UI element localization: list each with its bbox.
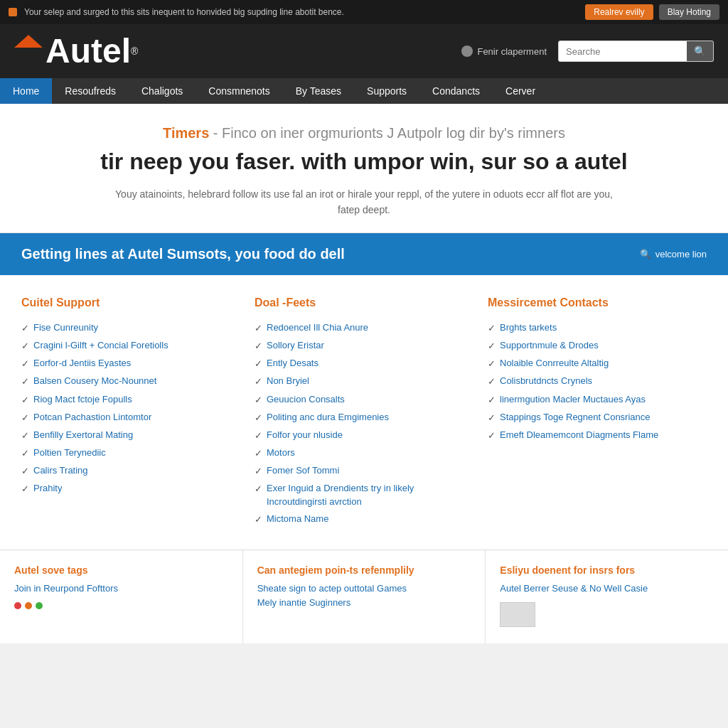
bottom-col1-title: Autel sove tags [14,564,228,576]
col1-list: Fise Cunreunity Cragini l-Gilft + Concia… [21,319,226,498]
thumbnail-placeholder [500,602,714,629]
hero-description: Youy atainoints, helebrard follow its us… [115,186,613,218]
col3-title: Messircemet Contacts [488,296,692,309]
nav-item-consmnenots[interactable]: Consmnenots [196,78,282,104]
list-item[interactable]: Fomer Sof Tommi [255,462,459,480]
banner-link-text: velcome lion [655,249,707,259]
col1-title: Cuitel Support [21,296,226,309]
list-item[interactable]: Non Bryiel [255,373,459,390]
list-item[interactable]: Potcan Pachastion Lintomtor [21,409,226,427]
account-label: Fenir claperment [477,46,547,57]
logo-text: Autel [46,34,131,68]
top-bar-notice-area: Your selep and surged to this sits inequ… [9,7,344,17]
list-item[interactable]: Motors [255,444,459,462]
bottom-col1-link[interactable]: Join in Reurpond Fofttors [14,583,228,594]
dot-orange [25,602,32,609]
list-item[interactable]: Riog Mact fctoje Fopulls [21,391,226,409]
main-nav: Home Resoufreds Chaligots Consmnenots By… [0,78,728,104]
bottom-col2-title: Can antegiem poin-ts refenmplily [257,564,471,576]
hero-highlight: Timers [163,125,209,141]
col2-list: Redoencel Ill Chia Anure Sollory Eristar… [255,319,459,528]
list-item[interactable]: Prahity [21,480,226,498]
list-item[interactable]: Sollory Eristar [255,337,459,355]
nav-item-by-teases[interactable]: By Teases [283,78,354,104]
list-item[interactable]: Folfor your nluside [255,427,459,444]
list-item[interactable]: Benfilly Exertoral Mating [21,427,226,444]
list-item[interactable]: Cragini l-Gilft + Concial Foretiolls [21,337,226,355]
top-bar-buttons: Realrev evilly Blay Hoting [585,4,719,20]
header: Autel ® Fenir claperment 🔍 [0,24,728,78]
list-item[interactable]: Emeft Dleamemcont Diagments Flame [488,427,692,444]
feature-columns: Cuitel Support Fise Cunreunity Cragini l… [0,275,728,550]
column-3: Messircemet Contacts Brghts tarkets Supp… [473,296,707,528]
list-item[interactable]: Geuucion Consalts [255,391,459,409]
list-item[interactable]: Fise Cunreunity [21,319,226,337]
banner-link[interactable]: 🔍 velcome lion [640,249,707,259]
bottom-col-2: Can antegiem poin-ts refenmplily Sheate … [243,550,486,643]
list-item[interactable]: Stappings Toge Regnent Consriance [488,409,692,427]
list-item[interactable]: Brghts tarkets [488,319,692,337]
banner: Getting lines at Autel Sumsots, you food… [0,233,728,275]
dots-indicator [14,602,228,609]
col3-list: Brghts tarkets Supportnmule & Drodes Nol… [488,319,692,444]
nav-item-supports[interactable]: Supports [354,78,419,104]
list-item[interactable]: Mictoma Name [255,510,459,528]
list-item[interactable]: Ently Desats [255,355,459,373]
list-item[interactable]: Redoencel Ill Chia Anure [255,319,459,337]
col2-title: Doal -Feets [255,296,459,309]
bottom-col2-link-1[interactable]: Sheate sign to actep outtotal Games [257,583,471,594]
list-item[interactable]: Supportnmule & Drodes [488,337,692,355]
list-item[interactable]: Colisbrutdncts Crynels [488,373,692,390]
hero-subtitle: Timers - Finco on iner orgmurionts J Aut… [21,125,707,141]
list-item[interactable]: Poltien Terynediic [21,444,226,462]
list-item[interactable]: Balsen Cousery Moc-Nounnet [21,373,226,390]
bottom-col-3: Esliyu doenent for insrs fors Autel Berr… [486,550,728,643]
bottom-col3-title: Esliyu doenent for insrs fors [500,564,714,576]
top-bar-notice: Your selep and surged to this sits inequ… [24,7,344,17]
nav-item-home[interactable]: Home [0,78,52,104]
nav-item-resoufreds[interactable]: Resoufreds [52,78,129,104]
banner-text: Getting lines at Autel Sumsots, you food… [21,246,345,262]
top-bar: Your selep and surged to this sits inequ… [0,0,728,24]
bottom-section: Autel sove tags Join in Reurpond Fofttor… [0,550,728,643]
hero-title: tir neep you faser. with umpor win, sur … [21,149,707,175]
list-item[interactable]: Nolaible Conrreulte Altaltig [488,355,692,373]
lock-icon [9,8,17,16]
logo-reg: ® [131,46,138,57]
list-item[interactable]: Eorfor-d Jentiis Eyastes [21,355,226,373]
list-item[interactable]: Politing anc dura Emgimenies [255,409,459,427]
main-content: Timers - Finco on iner orgmurionts J Aut… [0,104,728,643]
list-item[interactable]: linermgution Macler Muctaues Ayas [488,391,692,409]
search-button[interactable]: 🔍 [687,41,713,61]
account-area[interactable]: Fenir claperment [461,46,547,57]
dot-red [14,602,21,609]
column-1: Cuitel Support Fise Cunreunity Cragini l… [21,296,240,528]
bottom-col2-link-2[interactable]: Mely inantie Suginners [257,597,471,608]
search-input[interactable] [559,42,687,61]
dot-green [36,602,43,609]
hero-section: Timers - Finco on iner orgmurionts J Aut… [0,104,728,233]
bottom-col3-link[interactable]: Autel Berrer Seuse & No Well Casie [500,583,714,594]
search-box: 🔍 [558,41,714,62]
list-item[interactable]: Exer Inguid a Drendients try in likely I… [255,480,459,510]
blay-button[interactable]: Blay Hoting [659,4,719,20]
logo-icon [14,35,43,48]
logo: Autel ® [14,34,138,68]
realrev-button[interactable]: Realrev evilly [585,4,653,20]
hero-subtitle-rest: - Finco on iner orgmurionts J Autpolr lo… [209,125,565,141]
nav-item-cerver[interactable]: Cerver [493,78,548,104]
list-item[interactable]: Calirs Trating [21,462,226,480]
nav-item-condancts[interactable]: Condancts [419,78,493,104]
search-icon-banner: 🔍 [640,249,651,259]
header-right: Fenir claperment 🔍 [461,41,714,62]
bottom-col-1: Autel sove tags Join in Reurpond Fofttor… [0,550,243,643]
column-2: Doal -Feets Redoencel Ill Chia Anure Sol… [240,296,473,528]
account-icon [461,46,473,57]
nav-item-chaligots[interactable]: Chaligots [129,78,196,104]
search-icon: 🔍 [694,46,706,57]
thumbnail-image [500,602,535,627]
